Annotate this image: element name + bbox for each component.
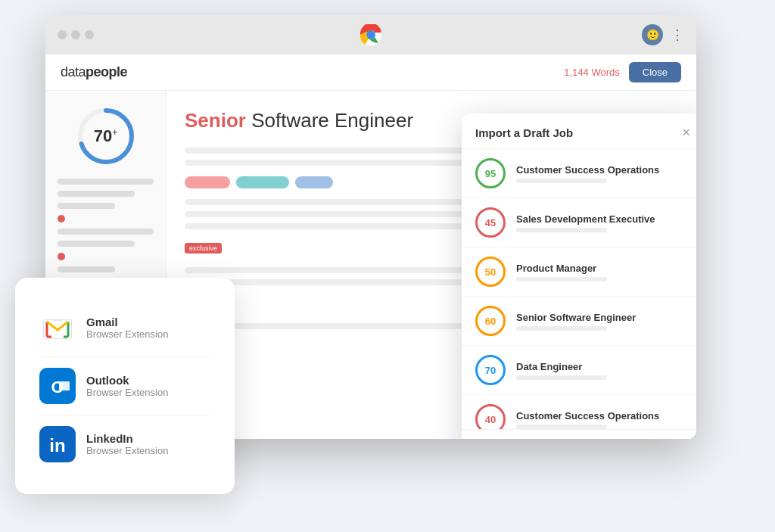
modal-title: Import a Draft Job bbox=[475, 126, 573, 139]
modal-item-title: Sales Development Executive bbox=[516, 213, 690, 225]
modal-item-title: Customer Success Operations bbox=[516, 410, 690, 422]
job-title-highlight: Senior bbox=[185, 109, 246, 132]
job-title-rest: Software Engineer bbox=[246, 109, 413, 132]
modal-item-subtitle bbox=[516, 375, 607, 380]
score-badge: 95 bbox=[475, 158, 506, 188]
sidebar-lines bbox=[58, 179, 154, 285]
sidebar-indicator bbox=[58, 253, 65, 260]
gmail-icon bbox=[39, 310, 76, 346]
modal-item-subtitle bbox=[516, 179, 607, 183]
extension-name: LinkedIn bbox=[86, 432, 168, 445]
modal-list-item[interactable]: 45 Sales Development Executive bbox=[462, 198, 696, 247]
extension-name: Gmail bbox=[86, 316, 168, 328]
browser-menu-icon[interactable]: ⋮ bbox=[671, 26, 684, 43]
modal-footer: Analytics + New Draft bbox=[462, 429, 696, 439]
modal-header: Import a Draft Job × bbox=[462, 114, 696, 149]
extension-card: Gmail Browser Extension O Outlook Browse… bbox=[15, 278, 235, 494]
word-count: 1,144 Words bbox=[564, 67, 619, 78]
sidebar-indicator bbox=[58, 215, 65, 222]
app-logo: datapeople bbox=[61, 64, 127, 80]
chrome-logo-icon bbox=[360, 24, 381, 45]
modal-item-info: Sales Development Executive bbox=[516, 213, 690, 232]
score-badge: 45 bbox=[475, 207, 506, 238]
modal-item-subtitle bbox=[516, 425, 607, 429]
sidebar-line bbox=[58, 191, 135, 197]
score-circle: 70+ bbox=[76, 106, 136, 166]
extension-sub: Browser Extension bbox=[86, 328, 168, 340]
sidebar-line bbox=[58, 203, 115, 209]
extension-text: Gmail Browser Extension bbox=[86, 316, 168, 340]
svg-text:in: in bbox=[49, 435, 65, 456]
browser-dots bbox=[58, 30, 94, 39]
extension-text: LinkedIn Browser Extension bbox=[86, 432, 168, 456]
close-button[interactable]: Close bbox=[629, 62, 681, 82]
content-pill bbox=[236, 176, 289, 188]
modal-item-info: Product Manager bbox=[516, 263, 690, 282]
browser-dot-1 bbox=[58, 30, 67, 39]
modal-item-title: Product Manager bbox=[516, 263, 690, 274]
modal-item-info: Data Engineer bbox=[516, 361, 690, 380]
app-header: datapeople 1,144 Words Close bbox=[45, 54, 696, 91]
app-header-right: 1,144 Words Close bbox=[564, 62, 681, 82]
content-pill bbox=[185, 176, 230, 188]
svg-point-2 bbox=[368, 32, 375, 39]
extension-sub: Browser Extension bbox=[86, 445, 168, 456]
modal-item-info: Senior Software Engineer bbox=[516, 312, 690, 331]
browser-avatar: 🙂 bbox=[642, 24, 663, 45]
score-badge: 70 bbox=[475, 355, 506, 385]
extension-text: Outlook Browser Extension bbox=[86, 374, 168, 398]
sidebar-line bbox=[58, 266, 115, 272]
content-line bbox=[185, 211, 481, 217]
modal-item-title: Data Engineer bbox=[516, 361, 690, 372]
score-badge: 50 bbox=[475, 257, 506, 287]
modal-item-info: Customer Success Operations bbox=[516, 410, 690, 429]
modal-item-subtitle bbox=[516, 228, 607, 232]
main-content: Senior Software Engineer bbox=[167, 91, 696, 439]
modal-list-item[interactable]: 70 Data Engineer bbox=[462, 346, 696, 395]
modal-close-icon[interactable]: × bbox=[682, 126, 690, 139]
extension-item[interactable]: O Outlook Browser Extension bbox=[39, 357, 210, 415]
score-badge: 60 bbox=[475, 306, 506, 336]
sidebar-line bbox=[58, 229, 154, 235]
svg-rect-12 bbox=[59, 381, 70, 390]
modal-item-subtitle bbox=[516, 277, 607, 282]
extension-item[interactable]: in LinkedIn Browser Extension bbox=[39, 415, 210, 473]
exclusive-tag: exclusive bbox=[185, 243, 222, 254]
modal-item-info: Customer Success Operations bbox=[516, 164, 690, 183]
score-badge: 40 bbox=[475, 404, 506, 429]
extension-item[interactable]: Gmail Browser Extension bbox=[39, 299, 210, 357]
browser-toolbar: 🙂 ⋮ bbox=[45, 15, 696, 54]
content-pill bbox=[295, 176, 333, 188]
modal-item-title: Senior Software Engineer bbox=[516, 312, 690, 323]
modal-list-item[interactable]: 95 Customer Success Operations bbox=[462, 149, 696, 198]
sidebar-line bbox=[58, 179, 154, 185]
browser-actions: 🙂 ⋮ bbox=[642, 24, 684, 45]
extension-sub: Browser Extension bbox=[86, 387, 168, 398]
browser-dot-2 bbox=[71, 30, 80, 39]
sidebar-line bbox=[58, 241, 135, 247]
modal-list-item[interactable]: 50 Product Manager bbox=[462, 247, 696, 297]
modal-list-item[interactable]: 40 Customer Success Operations bbox=[462, 395, 696, 429]
browser-dot-3 bbox=[85, 30, 94, 39]
extension-name: Outlook bbox=[86, 374, 168, 387]
modal-item-subtitle bbox=[516, 326, 607, 331]
modal-item-title: Customer Success Operations bbox=[516, 164, 690, 176]
score-text: 70+ bbox=[94, 126, 118, 146]
import-draft-modal: Import a Draft Job × 95 Customer Success… bbox=[462, 114, 696, 439]
linkedin-icon: in bbox=[39, 426, 76, 462]
modal-list-item[interactable]: 60 Senior Software Engineer bbox=[462, 297, 696, 346]
outlook-icon: O bbox=[39, 368, 76, 404]
modal-list: 95 Customer Success Operations 45 Sales … bbox=[462, 149, 696, 429]
